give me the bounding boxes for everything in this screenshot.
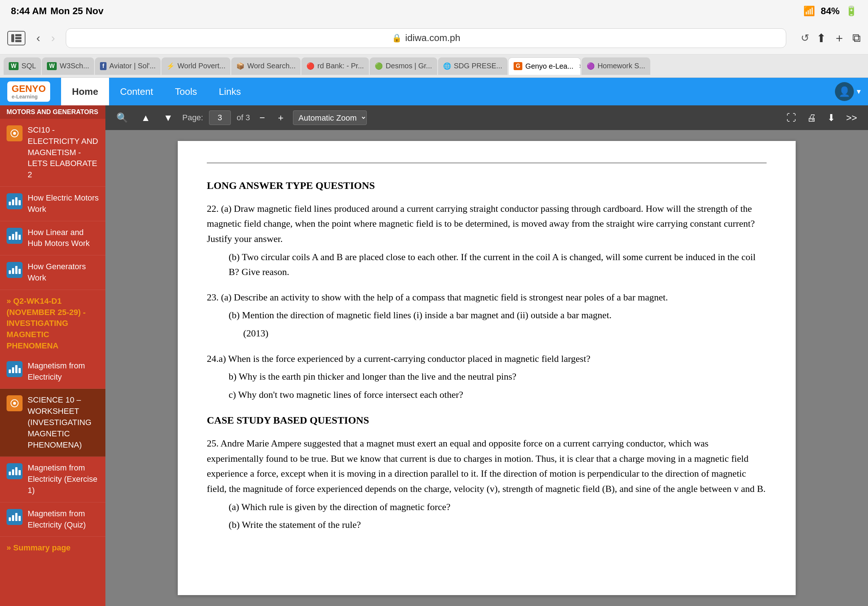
- sidebar-toggle-button[interactable]: [7, 31, 25, 45]
- browser-chrome: ‹ › 🔒 idiwa.com.ph ↺ ⬆ ＋ ⧉: [0, 22, 868, 54]
- pdf-content[interactable]: LONG ANSWER TYPE QUESTIONS 22. (a) Draw …: [105, 130, 868, 606]
- case-study-title: CASE STUDY BASED QUESTIONS: [207, 412, 767, 429]
- tab-label: W3Sch...: [60, 62, 89, 70]
- generators-icon: [6, 262, 23, 278]
- user-avatar[interactable]: 👤: [835, 82, 854, 101]
- magnetism-electricity-icon: [6, 361, 23, 377]
- question-25: 25. Andre Marie Ampere suggested that a …: [207, 436, 767, 533]
- q22a-label: (a): [221, 204, 231, 214]
- battery-level: 84%: [821, 5, 840, 17]
- sidebar-item-sci10[interactable]: SCI10 - ELECTRICITY AND MAGNETISM - LETS…: [0, 119, 105, 187]
- sidebar: MOTORS AND GENERATORS SCI10 - ELECTRICIT…: [0, 105, 105, 606]
- svg-rect-0: [11, 34, 14, 42]
- question-22: 22. (a) Draw magnetic field lines produc…: [207, 201, 767, 280]
- magnetism-quiz-icon: [6, 509, 23, 525]
- tab-sql[interactable]: W SQL: [4, 57, 41, 75]
- svg-point-5: [13, 132, 16, 135]
- tabs-button[interactable]: ⧉: [852, 31, 861, 45]
- sidebar-item-worksheet[interactable]: SCIENCE 10 – WORKSHEET (INVESTIGATING MA…: [0, 389, 105, 457]
- question-24: 24.a) When is the force experienced by a…: [207, 351, 767, 402]
- tab-label: Homework S...: [598, 62, 645, 70]
- tab-label: SQL: [22, 62, 36, 70]
- back-button[interactable]: ‹: [33, 31, 44, 45]
- pdf-zoom-select[interactable]: Automatic Zoom 50% 75% 100% 125% 150%: [293, 110, 367, 125]
- sidebar-item-linear-hub[interactable]: How Linear and Hub Motors Work: [0, 221, 105, 256]
- svg-rect-1: [15, 34, 22, 36]
- q25b: (b) Write the statement of the rule?: [229, 517, 767, 533]
- sidebar-item-magnetism-quiz[interactable]: Magnetism from Electricity (Quiz): [0, 502, 105, 537]
- date: Mon 25 Nov: [51, 5, 104, 17]
- tab-label: Word Search...: [247, 62, 296, 70]
- svg-rect-2: [15, 37, 22, 39]
- status-bar: 8:44 AM Mon 25 Nov 📶 84% 🔋: [0, 0, 868, 22]
- svg-point-7: [13, 402, 16, 405]
- tab-close-icon[interactable]: ✕: [579, 63, 581, 70]
- tab-label: SDG PRESE...: [454, 62, 502, 70]
- app-nav-menu: Home Content Tools Links: [61, 78, 835, 105]
- reload-button[interactable]: ↺: [801, 32, 809, 44]
- magnetism-exercise1-label: Magnetism from Electricity (Exercise 1): [28, 462, 99, 496]
- q24a: 24.a) When is the force experienced by a…: [207, 351, 767, 366]
- logo-text: GENYO: [12, 83, 46, 94]
- worksheet-label: SCIENCE 10 – WORKSHEET (INVESTIGATING MA…: [28, 394, 99, 450]
- nav-buttons: ‹ ›: [33, 31, 59, 45]
- battery-icon: 🔋: [845, 5, 857, 17]
- avatar-chevron-icon[interactable]: ▾: [857, 87, 861, 96]
- tab-aviator[interactable]: f Aviator | Sol'...: [95, 57, 161, 75]
- q25-body: 25. Andre Marie Ampere suggested that a …: [207, 436, 767, 496]
- new-tab-button[interactable]: ＋: [834, 30, 845, 46]
- question-23: 23. (a) Describe an activity to show wit…: [207, 290, 767, 341]
- pdf-zoom-in-button[interactable]: +: [274, 110, 287, 126]
- sidebar-item-magnetism-electricity[interactable]: Magnetism from Electricity: [0, 355, 105, 389]
- q23-label: 23. (a) Describe an activity to show wit…: [207, 290, 767, 305]
- logo-sub: e-Learning: [12, 94, 46, 99]
- nav-item-tools[interactable]: Tools: [164, 78, 208, 105]
- pdf-print-button[interactable]: 🖨: [803, 110, 820, 126]
- tab-sdgprese[interactable]: 🌐 SDG PRESE...: [438, 57, 507, 75]
- nav-item-content[interactable]: Content: [109, 78, 164, 105]
- nav-item-links[interactable]: Links: [208, 78, 252, 105]
- tabs-bar: W SQL W W3Sch... f Aviator | Sol'... ⚡ W…: [0, 54, 868, 78]
- linear-hub-icon: [6, 228, 23, 244]
- sidebar-section-motors: MOTORS AND GENERATORS: [0, 105, 105, 119]
- sidebar-section-q2[interactable]: »Q2-WK14-D1 (NOVEMBER 25-29) - INVESTIGA…: [0, 290, 105, 355]
- tab-desmos[interactable]: 🟢 Desmos | Gr...: [370, 57, 437, 75]
- tab-w3sch[interactable]: W W3Sch...: [42, 57, 94, 75]
- pdf-page-input[interactable]: [209, 110, 231, 125]
- app-nav: GENYO e-Learning Home Content Tools Link…: [0, 78, 868, 105]
- status-left: 8:44 AM Mon 25 Nov: [11, 5, 104, 17]
- forward-button[interactable]: ›: [48, 31, 59, 45]
- sidebar-item-magnetism-exercise1[interactable]: Magnetism from Electricity (Exercise 1): [0, 457, 105, 502]
- pdf-more-button[interactable]: >>: [843, 110, 861, 126]
- pdf-next-button[interactable]: ▼: [160, 110, 177, 126]
- magnetism-quiz-label: Magnetism from Electricity (Quiz): [28, 508, 99, 531]
- sidebar-summary[interactable]: » Summary page: [0, 536, 105, 557]
- pdf-search-button[interactable]: 🔍: [113, 110, 132, 126]
- sidebar-item-electric-motors[interactable]: How Electric Motors Work: [0, 187, 105, 221]
- pdf-fullscreen-button[interactable]: ⛶: [783, 110, 800, 126]
- pdf-top-line: [207, 163, 767, 163]
- sci10-icon: [6, 125, 23, 141]
- nav-item-home[interactable]: Home: [61, 78, 109, 105]
- lock-icon: 🔒: [392, 33, 401, 43]
- q23b: (b) Mention the direction of magnetic fi…: [229, 308, 767, 323]
- time: 8:44 AM: [11, 5, 47, 17]
- tab-worldpovert[interactable]: ⚡ World Povert...: [161, 57, 231, 75]
- q22-label: 22. (a) Draw magnetic field lines produc…: [207, 201, 767, 247]
- pdf-page-label-pre: Page:: [182, 113, 203, 122]
- tab-wordsearch[interactable]: 📦 Word Search...: [231, 57, 301, 75]
- url-text: idiwa.com.ph: [405, 32, 460, 43]
- pdf-download-button[interactable]: ⬇: [824, 110, 839, 126]
- pdf-prev-button[interactable]: ▲: [137, 110, 154, 126]
- long-answer-title: LONG ANSWER TYPE QUESTIONS: [207, 178, 767, 194]
- tab-label: Genyo e-Lea...: [525, 62, 573, 71]
- sidebar-item-generators[interactable]: How Generators Work: [0, 255, 105, 290]
- pdf-zoom-out-button[interactable]: −: [256, 110, 269, 126]
- share-button[interactable]: ⬆: [816, 31, 826, 45]
- pdf-toolbar-right: ⛶ 🖨 ⬇ >>: [783, 110, 861, 126]
- tab-homework[interactable]: 🟣 Homework S...: [581, 57, 650, 75]
- address-bar[interactable]: 🔒 idiwa.com.ph: [66, 28, 786, 48]
- tab-rdbank[interactable]: 🔴 rd Bank: - Pr...: [301, 57, 369, 75]
- q23a-label: (a): [221, 292, 231, 303]
- tab-genyo[interactable]: G Genyo e-Lea... ✕: [508, 57, 581, 75]
